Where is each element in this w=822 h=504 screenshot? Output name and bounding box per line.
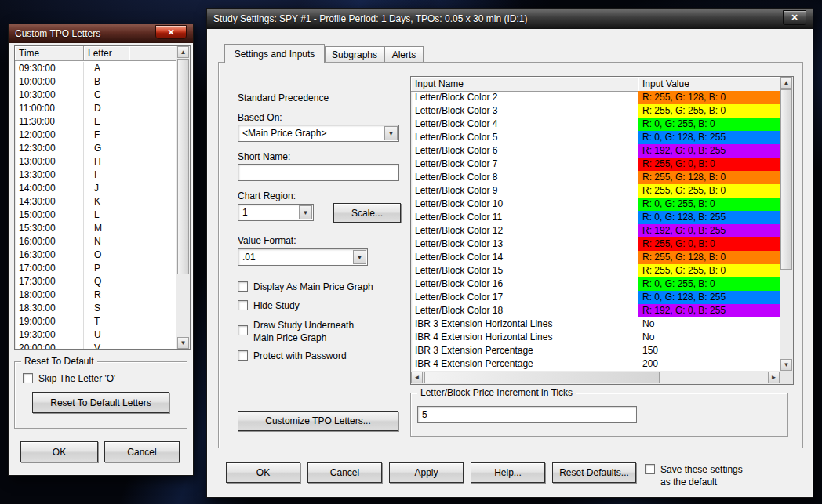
display-as-main-price-graph-checkbox[interactable]: Display As Main Price Graph: [238, 281, 373, 293]
checkbox-icon[interactable]: [645, 464, 655, 474]
chart-region-combobox[interactable]: 1 ▼: [238, 204, 314, 221]
tab-alerts[interactable]: Alerts: [384, 46, 424, 63]
checkbox-icon[interactable]: [238, 325, 248, 335]
table-row[interactable]: IBR 4 Extension Horizontal LinesNo: [411, 331, 780, 344]
save-settings-default-checkbox[interactable]: Save these settings as the default: [645, 463, 743, 488]
chevron-down-icon[interactable]: ▼: [299, 205, 312, 219]
hide-study-checkbox[interactable]: Hide Study: [238, 299, 300, 312]
table-row[interactable]: IBR 4 Extension Percentage200: [411, 357, 780, 371]
table-row[interactable]: 19:30:00U: [15, 328, 176, 342]
table-row[interactable]: Letter/Block Color 16R: 0, G: 255, B: 0: [411, 277, 780, 291]
protect-with-password-checkbox[interactable]: Protect with Password: [238, 350, 347, 362]
scroll-right-button[interactable]: ►: [768, 372, 780, 383]
inputs-vertical-scrollbar[interactable]: ▲ ▼: [780, 77, 793, 371]
scrollbar-thumb[interactable]: [780, 89, 792, 270]
reset-to-default-letters-button[interactable]: Reset To Default Letters: [32, 392, 169, 413]
table-row[interactable]: Letter/Block Color 13R: 255, G: 0, B: 0: [411, 237, 780, 251]
scrollbar-thumb[interactable]: [424, 372, 660, 383]
scroll-down-button[interactable]: ▼: [780, 359, 792, 371]
table-row[interactable]: 11:30:00E: [15, 115, 176, 129]
settings-close-button[interactable]: ✕: [783, 10, 806, 25]
table-row[interactable]: 17:30:00Q: [15, 275, 176, 288]
table-row[interactable]: Letter/Block Color 6R: 192, G: 0, B: 255: [411, 144, 780, 158]
table-row[interactable]: 13:00:00H: [15, 155, 176, 169]
chevron-down-icon[interactable]: ▼: [384, 126, 398, 140]
tpo-cancel-button[interactable]: Cancel: [104, 441, 180, 462]
customize-tpo-letters-button[interactable]: Customize TPO Letters...: [238, 411, 398, 431]
checkbox-icon[interactable]: [238, 350, 248, 361]
table-row[interactable]: Letter/Block Color 8R: 255, G: 128, B: 0: [411, 171, 780, 184]
table-row[interactable]: 20:00:00V: [15, 342, 176, 349]
table-row[interactable]: 11:00:00D: [15, 102, 176, 115]
table-row[interactable]: Letter/Block Color 18R: 192, G: 0, B: 25…: [411, 304, 780, 317]
scroll-up-button[interactable]: ▲: [780, 77, 792, 89]
value-format-combobox[interactable]: .01 ▼: [238, 248, 368, 266]
table-row[interactable]: Letter/Block Color 14R: 255, G: 128, B: …: [411, 251, 780, 264]
based-on-combobox[interactable]: <Main Price Graph> ▼: [238, 125, 399, 142]
input-name-column-header[interactable]: Input Name: [411, 77, 638, 92]
table-row[interactable]: 14:30:00K: [15, 195, 176, 208]
table-row[interactable]: Letter/Block Color 15R: 255, G: 255, B: …: [411, 264, 780, 277]
table-row[interactable]: 13:30:00I: [15, 169, 176, 182]
apply-button[interactable]: Apply: [389, 462, 464, 483]
table-row[interactable]: 16:30:00O: [15, 248, 176, 262]
scroll-down-button[interactable]: ▼: [177, 337, 189, 349]
table-row[interactable]: 18:30:00S: [15, 302, 176, 315]
table-row[interactable]: 18:00:00R: [15, 288, 176, 302]
tpo-titlebar[interactable]: Custom TPO Letters ✕: [9, 24, 193, 43]
table-row[interactable]: Letter/Block Color 10R: 0, G: 255, B: 0: [411, 198, 780, 211]
table-row[interactable]: IBR 3 Extension Percentage150: [411, 344, 780, 357]
table-row[interactable]: 10:30:00C: [15, 89, 176, 102]
table-row[interactable]: IBR 3 Extension Horizontal LinesNo: [411, 317, 780, 331]
price-increment-input[interactable]: 5: [417, 406, 637, 423]
table-row[interactable]: 09:30:00A: [15, 62, 176, 75]
input-value-column-header[interactable]: Input Value: [638, 77, 780, 92]
ok-button[interactable]: OK: [226, 462, 300, 483]
time-column-header[interactable]: Time: [15, 46, 84, 61]
table-row[interactable]: Letter/Block Color 9R: 255, G: 255, B: 0: [411, 184, 780, 198]
table-row[interactable]: Letter/Block Color 4R: 0, G: 255, B: 0: [411, 118, 780, 131]
input-value-cell: R: 0, G: 128, B: 255: [638, 291, 780, 304]
table-row[interactable]: 15:00:00L: [15, 208, 176, 222]
tpo-vertical-scrollbar[interactable]: ▲ ▼: [176, 46, 190, 349]
table-row[interactable]: Letter/Block Color 2R: 255, G: 128, B: 0: [411, 91, 780, 104]
tpo-ok-button[interactable]: OK: [20, 441, 98, 462]
reset-defaults-button[interactable]: Reset Defaults...: [552, 462, 636, 483]
scroll-up-button[interactable]: ▲: [177, 46, 189, 58]
input-value-cell: R: 192, G: 0, B: 255: [638, 224, 780, 237]
table-row[interactable]: 17:00:00P: [15, 262, 176, 275]
tab-settings-and-inputs[interactable]: Settings and Inputs: [224, 44, 325, 63]
table-row[interactable]: 14:00:00J: [15, 182, 176, 195]
table-row[interactable]: 10:00:00B: [15, 75, 176, 89]
letter-column-header[interactable]: Letter: [84, 46, 129, 61]
draw-study-underneath-checkbox[interactable]: Draw Study Underneath Main Price Graph: [238, 319, 354, 344]
filler-cell: [129, 195, 176, 208]
help-button[interactable]: Help...: [471, 462, 545, 483]
scale-button[interactable]: Scale...: [333, 203, 401, 223]
checkbox-icon[interactable]: [238, 300, 248, 310]
table-row[interactable]: Letter/Block Color 11R: 0, G: 128, B: 25…: [411, 211, 780, 224]
table-row[interactable]: Letter/Block Color 3R: 255, G: 255, B: 0: [411, 104, 780, 118]
checkbox-icon[interactable]: [238, 281, 248, 292]
tab-subgraphs[interactable]: Subgraphs: [325, 46, 384, 63]
table-row[interactable]: Letter/Block Color 7R: 255, G: 0, B: 0: [411, 158, 780, 171]
table-row[interactable]: 12:00:00F: [15, 129, 176, 142]
chevron-down-icon[interactable]: ▼: [353, 250, 366, 264]
table-row[interactable]: 19:00:00T: [15, 315, 176, 328]
table-row[interactable]: 15:30:00M: [15, 222, 176, 235]
table-row[interactable]: Letter/Block Color 5R: 0, G: 128, B: 255: [411, 131, 780, 144]
cancel-button[interactable]: Cancel: [307, 462, 382, 483]
tpo-close-button[interactable]: ✕: [155, 25, 187, 39]
scroll-left-button[interactable]: ◄: [411, 372, 423, 383]
checkbox-icon[interactable]: [23, 373, 33, 383]
skip-letter-o-checkbox[interactable]: Skip The Letter 'O': [23, 372, 115, 385]
short-name-input[interactable]: [238, 164, 399, 181]
scrollbar-thumb[interactable]: [177, 59, 189, 274]
settings-titlebar[interactable]: Study Settings: SPY #1 - Profile Period:…: [207, 9, 813, 29]
table-row[interactable]: Letter/Block Color 17R: 0, G: 128, B: 25…: [411, 291, 780, 304]
filler-cell: [129, 288, 176, 302]
table-row[interactable]: Letter/Block Color 12R: 192, G: 0, B: 25…: [411, 224, 780, 237]
table-row[interactable]: 16:00:00N: [15, 235, 176, 248]
inputs-horizontal-scrollbar[interactable]: ◄ ►: [411, 371, 780, 384]
table-row[interactable]: 12:30:00G: [15, 142, 176, 155]
